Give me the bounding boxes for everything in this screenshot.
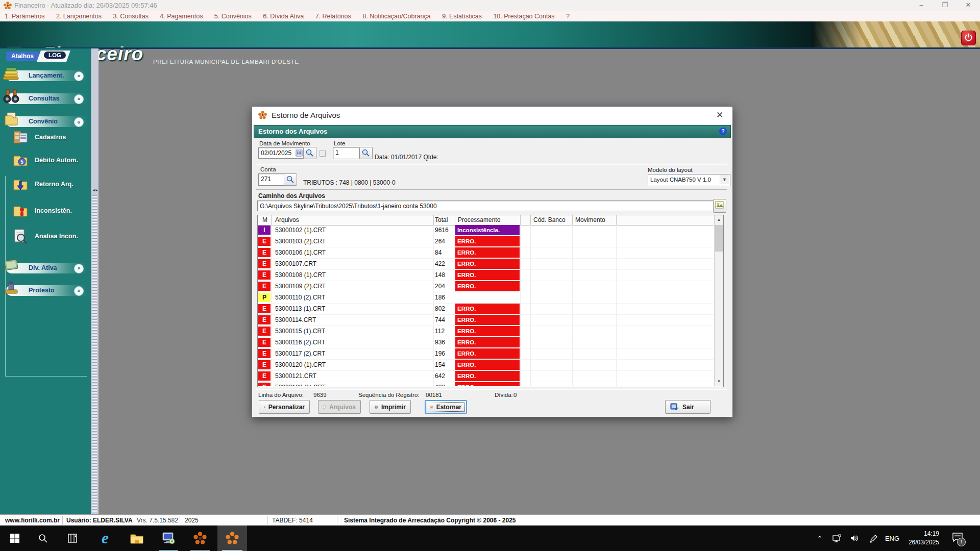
status-site[interactable]: www.fiorilli.com.br xyxy=(5,517,60,524)
table-row[interactable]: E 53000113 (1).CRT 802 ERRO. xyxy=(258,304,714,315)
close-button[interactable]: ✕ xyxy=(957,0,980,11)
help-icon[interactable]: ? xyxy=(719,128,727,135)
col-total[interactable]: Total xyxy=(435,216,448,223)
chevron-down-icon[interactable]: » xyxy=(74,264,84,273)
search-conta-button[interactable] xyxy=(284,173,297,186)
app-fiorilli-button[interactable] xyxy=(186,525,214,551)
table-row[interactable]: E 53000114.CRT 744 ERRO. xyxy=(258,315,714,326)
modelo-layout-select[interactable]: Layout CNAB750 V 1.0 ▼ xyxy=(648,174,730,186)
scroll-thumb[interactable] xyxy=(715,225,723,252)
minimize-button[interactable]: – xyxy=(910,0,933,11)
menu-consultas[interactable]: 3. Consultas xyxy=(113,11,148,21)
table-row[interactable]: E 53000117 (2).CRT 196 ERRO. xyxy=(258,348,714,360)
scroll-down-icon[interactable]: ▼ xyxy=(715,377,723,386)
language-indicator[interactable]: ENG xyxy=(882,525,902,551)
chevron-down-icon[interactable]: » xyxy=(74,94,84,104)
sidebar-subitem-debito-autom[interactable]: 5 Débito Autom. xyxy=(12,152,89,169)
menu-convenios[interactable]: 5. Convênios xyxy=(214,11,252,21)
restore-button[interactable]: ❐ xyxy=(933,0,957,11)
table-row[interactable]: E 53000120 (1).CRT 154 ERRO. xyxy=(258,360,714,371)
col-m[interactable]: M xyxy=(262,216,267,223)
col-cod-banco[interactable]: Cód. Banco xyxy=(533,216,566,223)
file-explorer-button[interactable] xyxy=(122,525,151,551)
table-row[interactable]: E 53000103 (2).CRT 264 ERRO. xyxy=(258,236,714,247)
sair-button[interactable]: Sair xyxy=(665,400,710,414)
menu-relatorios[interactable]: 7. Relatórios xyxy=(315,11,351,21)
search-button[interactable] xyxy=(30,525,56,551)
splitter-arrows-icon[interactable]: ◄► xyxy=(91,187,99,193)
chevron-up-icon[interactable]: » xyxy=(74,117,84,127)
col-processamento[interactable]: Processamento xyxy=(458,216,500,223)
lote-input[interactable]: 1 xyxy=(333,147,359,159)
menu-notificacao[interactable]: 8. Notificação/Cobrança xyxy=(362,11,430,21)
sidebar-subitem-cadastros[interactable]: Cadastros xyxy=(12,129,89,146)
clock[interactable]: 14:19 26/03/2025 xyxy=(902,530,939,547)
sidebar-subitem-analisa-incon[interactable]: Analisa Incon. xyxy=(12,228,89,245)
app-flower-icon xyxy=(4,2,12,10)
section-divider xyxy=(256,189,727,190)
table-row[interactable]: E 53000106 (1).CRT 84 ERRO. xyxy=(258,247,714,259)
splitter-grip[interactable] xyxy=(92,195,97,512)
estornar-button[interactable]: Estornar xyxy=(425,400,467,414)
menu-parametros[interactable]: 1. Parâmetros xyxy=(5,11,45,21)
table-row[interactable]: E 53000109 (2).CRT 204 ERRO. xyxy=(258,281,714,292)
personalizar-button[interactable]: Personalizar xyxy=(259,400,310,414)
vertical-scrollbar[interactable]: ▲ ▼ xyxy=(714,215,723,386)
start-button[interactable] xyxy=(0,525,30,551)
menu-pagamentos[interactable]: 4. Pagamentos xyxy=(160,11,203,21)
row-total: 186 xyxy=(435,294,445,301)
imprimir-button[interactable]: Imprimir xyxy=(370,400,411,414)
menu-prestacao-contas[interactable]: 10. Prestação Contas xyxy=(493,11,554,21)
network-icon[interactable] xyxy=(828,525,845,551)
dialog-title: Estorno de Arquivos xyxy=(272,111,340,119)
table-row[interactable]: E 53000121.CRT 642 ERRO. xyxy=(258,371,714,382)
volume-icon[interactable] xyxy=(845,525,864,551)
conta-input[interactable]: 271 xyxy=(258,173,285,186)
menu-divida-ativa[interactable]: 6. Dívida Ativa xyxy=(263,11,304,21)
table-row[interactable]: E 53000122 (1).CRT 438 ERRO. xyxy=(258,382,714,386)
tray-chevron-up-icon[interactable]: ⌃ xyxy=(812,525,828,551)
table-row[interactable]: P 53000110 (2).CRT 186 xyxy=(258,292,714,304)
internet-explorer-button[interactable]: e xyxy=(91,525,119,551)
chevron-down-icon[interactable]: » xyxy=(74,71,84,81)
date-checkbox[interactable] xyxy=(320,151,326,157)
clock-date: 26/03/2025 xyxy=(902,538,939,547)
table-header[interactable]: M Arquivos Total Processamento Cód. Banc… xyxy=(258,215,714,226)
dialog-close-button[interactable]: ✕ xyxy=(713,109,726,121)
app-financeiro-button-active[interactable] xyxy=(217,525,247,551)
table-row[interactable]: E 53000107.CRT 422 ERRO. xyxy=(258,259,714,270)
row-file-name: 53000115 (1).CRT xyxy=(275,328,325,335)
table-row[interactable]: E 53000108 (1).CRT 148 ERRO. xyxy=(258,270,714,281)
data-movimento-input[interactable]: 02/01/2025 xyxy=(258,147,304,159)
arquivos-button[interactable]: Arquivos xyxy=(318,400,361,414)
col-movimento[interactable]: Movimento xyxy=(575,216,605,223)
browse-folder-button[interactable] xyxy=(713,199,726,213)
app-pc-button[interactable] xyxy=(154,525,183,551)
task-view-button[interactable] xyxy=(59,525,86,551)
caminho-input[interactable]: G:\Arquivos Skyline\Tributos\2025\Tribut… xyxy=(257,201,714,211)
dialog-titlebar[interactable]: Estorno de Arquivos ✕ xyxy=(252,107,732,124)
sidebar-subitem-inconsistencia[interactable]: Inconsistên. xyxy=(12,203,89,220)
table-row[interactable]: E 53000116 (2).CRT 936 ERRO. xyxy=(258,337,714,348)
pen-icon[interactable] xyxy=(865,525,882,551)
menu-help[interactable]: ? xyxy=(566,11,570,21)
menu-lancamentos[interactable]: 2. Lançamentos xyxy=(56,11,102,21)
notifications-button[interactable]: 1 xyxy=(945,525,970,551)
search-lote-button[interactable] xyxy=(359,147,373,159)
computer-icon xyxy=(162,532,175,544)
search-date-button[interactable] xyxy=(303,147,316,159)
sidebar-splitter[interactable]: ◄► xyxy=(91,48,99,514)
menu-estatisticas[interactable]: 9. Estatísticas xyxy=(442,11,482,21)
folder-debit-icon: 5 xyxy=(12,152,29,168)
sidebar-tab-log[interactable]: LOG xyxy=(37,51,70,62)
row-file-name: 53000102 (1).CRT xyxy=(275,227,326,234)
sidebar-tab-atalhos[interactable]: Atalhos xyxy=(6,52,39,61)
calendar-icon[interactable] xyxy=(296,149,303,157)
power-button[interactable] xyxy=(961,31,976,45)
table-row[interactable]: E 53000115 (1).CRT 112 ERRO. xyxy=(258,326,714,337)
table-row[interactable]: I 53000102 (1).CRT 9616 Inconsistência. xyxy=(258,225,714,236)
chevron-down-icon[interactable]: » xyxy=(74,286,84,296)
scroll-up-icon[interactable]: ▲ xyxy=(715,215,723,224)
sidebar-subitem-retorno-arq[interactable]: Retorno Arq. xyxy=(12,176,89,193)
col-arquivos[interactable]: Arquivos xyxy=(275,216,299,223)
